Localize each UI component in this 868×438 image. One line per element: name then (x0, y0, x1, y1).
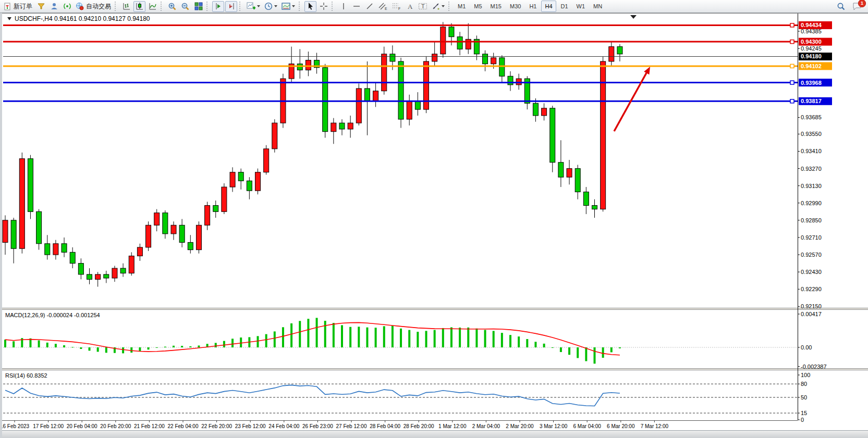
autotrading-button[interactable]: 自动交易 (74, 1, 113, 12)
zoom-in-button[interactable] (166, 1, 178, 12)
label-tool-button[interactable]: T (417, 1, 429, 12)
line-handle[interactable] (790, 99, 794, 103)
candle (483, 54, 488, 64)
cursor-button[interactable] (304, 1, 316, 12)
dropdown-caret-icon (257, 5, 260, 7)
macd-histogram-bar (417, 332, 419, 347)
toolbar-separator (161, 2, 164, 11)
periods-button[interactable] (263, 1, 279, 12)
line-chart-mode-button[interactable] (146, 1, 158, 12)
autotrading-label: 自动交易 (86, 2, 111, 11)
tile-windows-button[interactable] (192, 1, 204, 12)
price-tick-label: 0.93685 (801, 114, 822, 120)
price-tick-label: 0.92710 (801, 234, 822, 241)
dropdown-caret-icon (442, 5, 445, 7)
candle (230, 172, 235, 187)
equidistant-channel-tool-button[interactable]: E (376, 1, 389, 12)
search-icon (837, 2, 846, 11)
chart-shift-icon (227, 2, 236, 10)
timeframe-W1[interactable]: W1 (573, 1, 589, 12)
candle (104, 274, 109, 278)
candle (19, 159, 25, 249)
line-handle[interactable] (790, 23, 794, 27)
timeframe-M15[interactable]: M15 (487, 1, 505, 12)
templates-button[interactable] (280, 1, 297, 12)
macd-histogram-bar (156, 347, 158, 348)
line-handle[interactable] (790, 81, 794, 84)
macd-histogram-bar (459, 328, 461, 347)
price-tick-label: 0.93270 (801, 166, 822, 172)
candle (95, 274, 101, 279)
text-tool-button[interactable]: A (404, 1, 415, 12)
timeframe-H4[interactable]: H4 (541, 1, 556, 12)
macd-tick-label: 0.00 (801, 344, 812, 351)
candlestick-mode-button[interactable] (133, 1, 145, 12)
market-watch-icon (37, 2, 45, 10)
fibonacci-tool-button[interactable]: F (390, 1, 402, 12)
candle (36, 211, 42, 243)
shapes-tool-button[interactable] (430, 1, 446, 12)
cursor-icon (307, 2, 315, 10)
line-handle[interactable] (790, 64, 794, 68)
macd-histogram-bar (55, 344, 57, 347)
zoom-in-icon (168, 2, 177, 11)
candlestick-icon (136, 2, 144, 10)
collapse-chart-icon[interactable] (7, 17, 11, 20)
app-window: 新订单 自动交易 (0, 0, 868, 438)
horizontal-line-tool-button[interactable] (350, 1, 362, 12)
dropdown-caret-icon (274, 5, 277, 7)
candle (305, 60, 311, 70)
toolbar-separator (299, 2, 302, 11)
crosshair-button[interactable] (317, 1, 329, 12)
macd-histogram-bar (46, 343, 48, 347)
chart-canvas[interactable]: 0.943850.942450.936850.935500.934100.932… (2, 13, 868, 438)
macd-histogram-bar (316, 318, 318, 347)
trendline-tool-button[interactable] (363, 1, 375, 12)
macd-histogram-bar (434, 330, 436, 347)
bar-chart-mode-button[interactable] (120, 1, 132, 12)
auto-scroll-icon (214, 2, 223, 10)
svg-text:T: T (421, 3, 425, 9)
timeframe-M1[interactable]: M1 (454, 1, 469, 12)
line-handle[interactable] (790, 40, 794, 44)
price-tick-label: 0.92570 (801, 252, 822, 258)
candle (449, 27, 454, 37)
macd-histogram-bar (552, 347, 554, 348)
vertical-line-tool-button[interactable] (337, 1, 349, 12)
notifications-button[interactable]: 1 (851, 1, 863, 12)
price-badge-label: 0.94434 (801, 22, 822, 28)
new-order-button[interactable]: 新订单 (2, 1, 34, 12)
macd-tick-label: -0.002387 (801, 364, 827, 370)
auto-scroll-button[interactable] (212, 1, 224, 12)
macd-histogram-bar (375, 328, 377, 347)
market-watch-button[interactable] (35, 1, 47, 12)
navigator-button[interactable] (48, 1, 60, 12)
date-tick-label: 27 Feb 12:00 (336, 423, 367, 429)
macd-histogram-bar (63, 345, 65, 347)
rsi-tick-label: 0 (801, 417, 804, 423)
macd-histogram-bar (181, 346, 183, 347)
signals-button[interactable] (61, 1, 73, 12)
add-indicator-button[interactable] (245, 1, 262, 12)
chart-window[interactable]: 0.943850.942450.936850.935500.934100.932… (0, 13, 868, 438)
timeframe-M30[interactable]: M30 (506, 1, 524, 12)
candle (146, 225, 151, 247)
zoom-out-button[interactable] (179, 1, 191, 12)
date-tick-label: 20 Feb 04:00 (67, 423, 97, 429)
trendline-icon (365, 2, 374, 10)
macd-histogram-bar (240, 337, 242, 347)
candle (11, 220, 16, 248)
search-button[interactable] (835, 1, 847, 12)
date-tick-label: 6 Mar 04:00 (573, 423, 602, 429)
price-badge-label: 0.93968 (801, 80, 822, 86)
timeframe-H1[interactable]: H1 (525, 1, 540, 12)
candle (609, 47, 614, 61)
timeframe-MN[interactable]: MN (590, 1, 606, 12)
chart-shift-button[interactable] (225, 1, 237, 12)
timeframe-M5[interactable]: M5 (470, 1, 485, 12)
timeframe-D1[interactable]: D1 (557, 1, 572, 12)
vertical-line-icon (340, 2, 347, 10)
zoom-out-icon (181, 2, 190, 11)
candle (87, 274, 92, 279)
text-icon: A (406, 2, 413, 10)
